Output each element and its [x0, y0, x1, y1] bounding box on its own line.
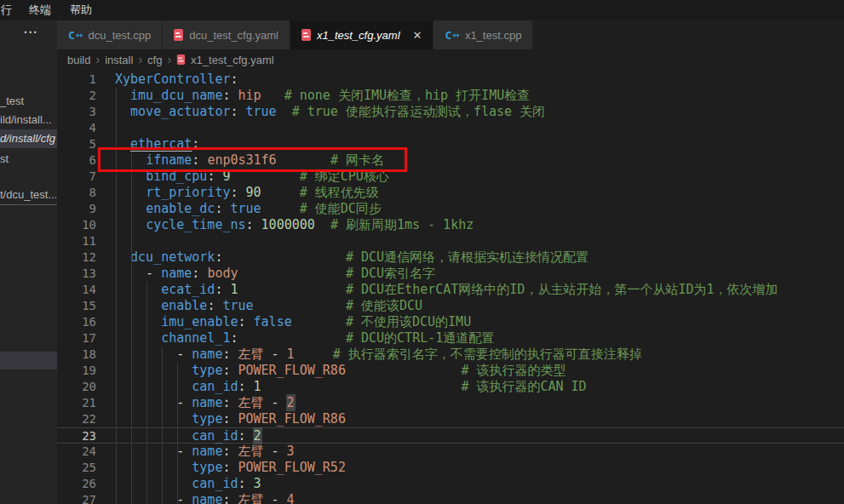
line-number: 12 [57, 249, 96, 266]
line-number: 24 [57, 444, 96, 460]
code-line[interactable]: 15 enable: true # 使能该DCU [57, 298, 844, 314]
line-number: 6 [57, 152, 96, 169]
breadcrumb-file[interactable]: x1_test_cfg.yaml [191, 54, 274, 66]
code-line[interactable]: 3 move_actuator: true # true 使能执行器运动测试，f… [57, 104, 844, 120]
line-number: 14 [57, 282, 96, 298]
code-line[interactable]: 1XyberController: [57, 72, 844, 88]
menu-item[interactable]: 行 [0, 3, 20, 18]
code-editor[interactable]: 1XyberController:2 imu_dcu_name: hip # n… [57, 70, 844, 504]
sidebar-highlight-row[interactable] [0, 352, 57, 369]
code-text: imu_dcu_name: hip # none 关闭IMU检查，hip 打开I… [96, 88, 530, 104]
code-line[interactable]: 21 - name: 左臂 - 2 [57, 395, 844, 411]
line-number: 8 [57, 185, 96, 201]
code-text [96, 233, 115, 249]
code-line[interactable]: 14 ecat_id: 1 # DCU在EtherCAT网络中的ID，从主站开始… [57, 282, 844, 298]
sidebar-item[interactable]: st [0, 150, 57, 169]
line-number: 4 [57, 120, 96, 136]
code-line[interactable]: 2 imu_dcu_name: hip # none 关闭IMU检查，hip 打… [57, 88, 844, 104]
code-line[interactable]: 10 cycle_time_ns: 1000000 # 刷新周期1ms - 1k… [57, 217, 844, 233]
menu-bar: 行终端帮助 [0, 0, 844, 20]
yaml-file-icon [177, 54, 185, 65]
indent-guide [131, 152, 132, 504]
chevron-right-icon: › [167, 53, 171, 66]
code-line[interactable]: 19 type: POWER_FLOW_R86 # 该执行器的类型 [57, 363, 844, 379]
indent-guide [116, 88, 117, 504]
indent-guide [146, 282, 147, 504]
code-line[interactable]: 16 imu_enable: false # 不使用该DCU的IMU [57, 314, 844, 330]
tab-x1_test_cfg.yaml[interactable]: x1_test_cfg.yaml✕ [290, 20, 433, 49]
breadcrumb: build›install›cfg›x1_test_cfg.yaml [57, 49, 844, 70]
code-text: - name: 左臂 - 3 [96, 444, 295, 460]
line-number: 7 [57, 169, 96, 185]
line-number: 18 [57, 346, 96, 363]
code-text: - name: 左臂 - 1 # 执行器索引名字，不需要控制的执行器可直接注释掉 [96, 346, 642, 363]
more-actions-icon[interactable]: ··· [24, 26, 38, 39]
tab-label: dcu_test.cpp [88, 29, 151, 42]
code-line[interactable]: 17 channel_1: # DCU的CTRL-1通道配置 [57, 330, 844, 346]
tab-label: dcu_test_cfg.yaml [189, 29, 278, 42]
code-line[interactable]: 18 - name: 左臂 - 1 # 执行器索引名字，不需要控制的执行器可直接… [57, 346, 844, 363]
code-line[interactable]: 23 can_id: 2 [57, 427, 844, 444]
code-line[interactable]: 7 bind_cpu: 9 # 绑定CPU核心 [57, 169, 844, 185]
code-text: imu_enable: false # 不使用该DCU的IMU [96, 314, 471, 330]
code-line[interactable]: 22 type: POWER_FLOW_R86 [57, 411, 844, 427]
code-line[interactable]: 12 dcu_network: # DCU通信网络，请根据实机连接情况配置 [57, 249, 844, 266]
tab-x1_test.cpp[interactable]: C++x1_test.cpp [433, 20, 533, 49]
line-number: 19 [57, 363, 96, 379]
line-number: 13 [57, 266, 96, 282]
code-line[interactable]: 8 rt_priority: 90 # 线程优先级 [57, 185, 844, 201]
code-line[interactable]: 11 [57, 233, 844, 249]
line-number: 26 [57, 476, 96, 492]
breadcrumb-item[interactable]: build [67, 54, 90, 66]
code-line[interactable]: 5 ethercat: [57, 136, 844, 152]
sidebar-item[interactable]: _test [0, 92, 57, 111]
close-icon[interactable]: ✕ [413, 30, 422, 41]
chevron-right-icon: › [138, 53, 142, 66]
sidebar-item[interactable]: t/dcu_test... [0, 186, 57, 204]
sidebar-item[interactable]: ild/install... [0, 111, 57, 129]
line-number: 5 [57, 136, 96, 152]
menu-item[interactable]: 终端 [20, 3, 60, 18]
code-line[interactable]: 4 [57, 120, 844, 136]
code-text: ifname: enp0s31f6 # 网卡名 [96, 152, 384, 169]
line-number: 22 [57, 411, 96, 427]
code-line[interactable]: 24 - name: 左臂 - 3 [57, 444, 844, 460]
chevron-right-icon: › [95, 53, 100, 66]
code-line[interactable]: 9 enable_dc: true # 使能DC同步 [57, 201, 844, 217]
line-number: 11 [57, 233, 96, 249]
sidebar-separator [0, 204, 57, 205]
tab-label: x1_test.cpp [465, 29, 522, 42]
code-text: ecat_id: 1 # DCU在EtherCAT网络中的ID，从主站开始，第一… [96, 282, 778, 298]
breadcrumb-item[interactable]: install [105, 54, 133, 66]
line-number: 3 [57, 104, 96, 120]
editor-group: C++dcu_test.cppdcu_test_cfg.yamlx1_test_… [57, 20, 844, 504]
tab-bar: C++dcu_test.cppdcu_test_cfg.yamlx1_test_… [57, 20, 844, 49]
vscode-window: 行终端帮助 ··· _testild/install...d/install/c… [0, 0, 844, 504]
breadcrumb-item[interactable]: cfg [147, 54, 162, 66]
menu-item[interactable]: 帮助 [60, 3, 101, 18]
code-text: enable_dc: true # 使能DC同步 [96, 201, 382, 217]
line-number: 27 [57, 492, 96, 504]
tab-dcu_test_cfg.yaml[interactable]: dcu_test_cfg.yaml [163, 20, 290, 49]
code-line[interactable]: 27 - name: 左臂 - 4 [57, 492, 844, 504]
code-text: bind_cpu: 9 # 绑定CPU核心 [96, 169, 389, 185]
code-text: can_id: 1 # 该执行器的CAN ID [96, 379, 587, 395]
line-number: 10 [57, 217, 96, 233]
line-number: 2 [57, 88, 96, 104]
code-line[interactable]: 26 can_id: 3 [57, 476, 844, 492]
code-line[interactable]: 25 type: POWER_FLOW_R52 [57, 460, 844, 476]
sidebar-item[interactable]: d/install/cfg [0, 129, 57, 148]
code-text [96, 120, 115, 136]
code-text: enable: true # 使能该DCU [96, 298, 422, 314]
tab-dcu_test.cpp[interactable]: C++dcu_test.cpp [57, 20, 163, 49]
line-number: 9 [57, 201, 96, 217]
indent-guide [162, 346, 163, 504]
code-line[interactable]: 13 - name: body # DCU索引名字 [57, 266, 844, 282]
code-line[interactable]: 6 ifname: enp0s31f6 # 网卡名 [57, 152, 844, 169]
line-number: 20 [57, 379, 96, 395]
line-number: 17 [57, 330, 96, 346]
code-text: channel_1: # DCU的CTRL-1通道配置 [96, 330, 494, 346]
line-number: 1 [57, 72, 96, 88]
code-line[interactable]: 20 can_id: 1 # 该执行器的CAN ID [57, 379, 844, 395]
code-text: - name: body # DCU索引名字 [96, 266, 435, 282]
